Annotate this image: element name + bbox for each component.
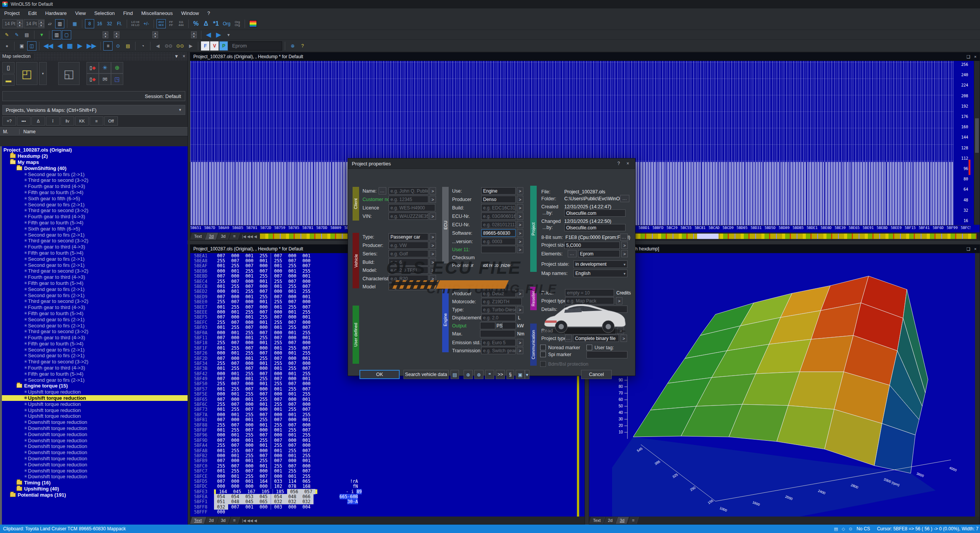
- vehicle-producer-arrow-button[interactable]: >: [430, 242, 436, 249]
- hex-byte[interactable]: 001: [299, 438, 314, 443]
- hex-byte[interactable]: 048: [285, 494, 299, 499]
- new-window-icon[interactable]: ▣: [17, 41, 26, 51]
- legal-info-button[interactable]: §: [506, 370, 514, 379]
- hex-byte[interactable]: 255: [256, 335, 271, 340]
- ecu-producer-arrow-button[interactable]: >: [517, 196, 523, 203]
- prev-difference-icon[interactable]: ◀: [56, 41, 65, 51]
- tree-map-item[interactable]: ✳Upshift torque reduction: [2, 395, 188, 401]
- hex-byte[interactable]: 001: [285, 309, 299, 315]
- hex-byte[interactable]: 045: [230, 489, 244, 494]
- hex-byte[interactable]: 000: [256, 304, 271, 310]
- tree-map-item[interactable]: ✳Second gear to firs (2->1): [2, 292, 188, 298]
- hex-byte[interactable]: 007: [299, 448, 314, 453]
- skew-view-icon[interactable]: ▱: [45, 19, 54, 28]
- hex-byte[interactable]: 255: [242, 330, 256, 335]
- cell-size-spinner[interactable]: 14 Pt▲▼: [24, 19, 44, 28]
- hex-byte[interactable]: 255: [242, 350, 256, 356]
- hex-byte[interactable]: 007: [299, 263, 314, 268]
- hex-byte[interactable]: 007: [242, 284, 256, 289]
- hex-byte[interactable]: 007: [285, 381, 299, 386]
- project-changed-by-value[interactable]: Olsecufile.com: [564, 224, 626, 231]
- hex-byte[interactable]: 000: [214, 484, 228, 489]
- hex-byte[interactable]: 000: [256, 325, 271, 330]
- hex-row[interactable]: 5BFB9007000001255007000001: [190, 458, 585, 463]
- hex-byte[interactable]: 001: [285, 474, 299, 479]
- hex-byte[interactable]: 007: [228, 320, 242, 325]
- menu-edit[interactable]: Edit: [24, 8, 41, 18]
- hex-byte[interactable]: 066: [299, 494, 314, 499]
- tree-map-item[interactable]: ✳Upshift torque reduction: [2, 401, 188, 407]
- hex-byte[interactable]: 007: [228, 443, 242, 448]
- hex-byte[interactable]: 000: [214, 432, 228, 438]
- hex-byte[interactable]: 007: [228, 402, 242, 407]
- hex-byte[interactable]: 000: [271, 289, 285, 294]
- hex-byte[interactable]: 255: [214, 381, 228, 386]
- hex-byte[interactable]: 007: [214, 376, 228, 381]
- tree-map-item[interactable]: ✳Fifth gear to fourth (5->4): [2, 341, 188, 347]
- hex-row[interactable]: 5BF8F001255007000001255007: [190, 427, 585, 432]
- cancel-button[interactable]: Cancel: [581, 370, 612, 379]
- view-32bit-button[interactable]: 32: [105, 19, 114, 28]
- hex-byte[interactable]: 007: [256, 432, 271, 438]
- hex-byte[interactable]: 000: [214, 474, 228, 479]
- hex-byte[interactable]: 045: [242, 499, 256, 504]
- hex-byte[interactable]: 007: [242, 407, 256, 412]
- hex-byte[interactable]: 054: [271, 494, 285, 499]
- hex-byte[interactable]: 001: [299, 314, 314, 320]
- hex-byte[interactable]: 007: [299, 427, 314, 433]
- tree-map-item[interactable]: ✳Second gear to firs (2->1): [2, 171, 188, 177]
- hex-byte[interactable]: 001: [256, 402, 271, 407]
- tree-folder-item[interactable]: Hexdump (2): [2, 153, 188, 159]
- hex-byte[interactable]: 255: [214, 361, 228, 366]
- hex-byte[interactable]: 007: [299, 284, 314, 289]
- client-customer-arrow-button[interactable]: >: [430, 196, 436, 203]
- tree-map-item[interactable]: ✳Upshift torque reduction: [2, 389, 188, 395]
- hex-byte[interactable]: 000: [271, 309, 285, 315]
- hex-row[interactable]: 5BFF8032007001000003000004: [190, 504, 585, 509]
- export-map-icon[interactable]: ▤: [123, 41, 132, 51]
- org-org-view-icon[interactable]: OrgOrg: [233, 19, 242, 28]
- close-window-icon[interactable]: ×: [974, 247, 977, 251]
- hex-byte[interactable]: 255: [242, 289, 256, 294]
- reseller-details-input[interactable]: e.g. +25 PS: [564, 306, 627, 313]
- tree-map-item[interactable]: ✳Downshift torque reduction: [2, 450, 188, 456]
- hex-byte[interactable]: 001: [214, 468, 228, 474]
- hex-byte[interactable]: 001: [242, 376, 256, 381]
- hex-row[interactable]: 5BF57001255007000001255007: [190, 386, 585, 391]
- hex-byte[interactable]: 007: [228, 381, 242, 386]
- ruler-icon[interactable]: ▥: [52, 30, 61, 39]
- ecu-software-arrow-button[interactable]: >: [517, 229, 523, 237]
- hex-byte[interactable]: 255: [285, 345, 299, 351]
- hex-byte[interactable]: 000: [256, 448, 271, 453]
- comm-type-browse-button[interactable]: ...: [565, 335, 572, 342]
- hex-byte[interactable]: 007: [214, 417, 228, 422]
- filter-diff-icon[interactable]: Δ: [31, 116, 45, 126]
- engine-output-kw-input[interactable]: [502, 322, 516, 329]
- hex-row[interactable]: 5BF9D007000001255007000001: [190, 438, 585, 443]
- hex-byte[interactable]: 007: [285, 258, 299, 263]
- tree-map-item[interactable]: ✳Upshift torque reduction: [2, 413, 188, 419]
- factor-view-button[interactable]: *1: [211, 19, 220, 28]
- hex-byte[interactable]: 255: [214, 279, 228, 284]
- hex-byte[interactable]: 045: [256, 494, 271, 499]
- tree-map-item[interactable]: ✳Third gear to second (3->2): [2, 238, 188, 244]
- hex-byte[interactable]: 000: [214, 330, 228, 335]
- hex-byte[interactable]: 001: [285, 453, 299, 458]
- first-difference-icon[interactable]: ◀◀: [42, 41, 55, 51]
- tree-map-item[interactable]: ✳Upshift torque reduction: [2, 407, 188, 413]
- hex-byte[interactable]: 000: [228, 397, 242, 402]
- hex-byte[interactable]: 255: [256, 294, 271, 299]
- hex-byte[interactable]: 001: [285, 412, 299, 417]
- client-customer-input[interactable]: e.g. 12345: [389, 196, 428, 203]
- hex-byte[interactable]: 007: [242, 468, 256, 474]
- hex-byte[interactable]: 000: [299, 402, 314, 407]
- noread-marker-checkbox[interactable]: Noread marker: [540, 345, 580, 350]
- snapshot-dropdown-icon[interactable]: ▾: [525, 370, 529, 379]
- hex-byte[interactable]: 000: [271, 391, 285, 397]
- new-version-button[interactable]: ▯◆: [87, 62, 99, 74]
- menu-miscellaneous[interactable]: Miscellaneous: [137, 8, 177, 18]
- comment-icon[interactable]: ❝: [485, 370, 494, 379]
- tree-map-item[interactable]: ✳Downshift torque reduction: [2, 474, 188, 480]
- client-name-browse-button[interactable]: ...: [379, 187, 386, 195]
- hex-byte[interactable]: 007: [271, 273, 285, 279]
